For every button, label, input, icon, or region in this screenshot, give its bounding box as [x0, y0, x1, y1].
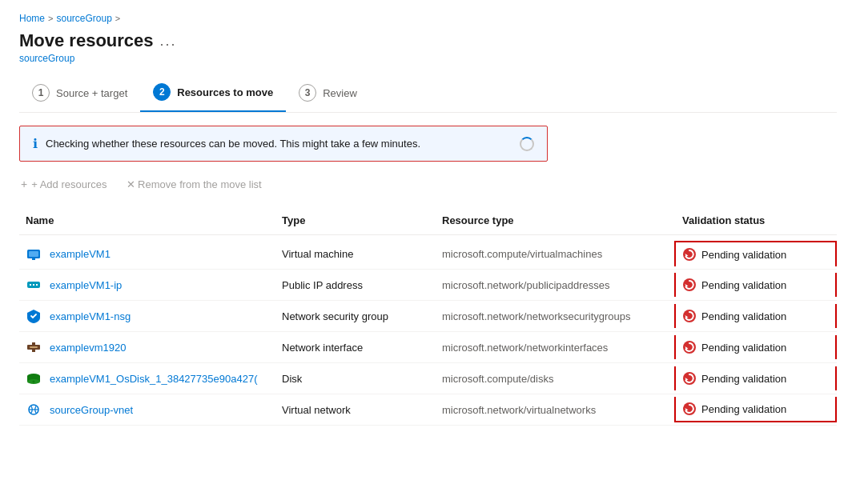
table-row[interactable]: examplevm1920Network interfacemicrosoft.…: [19, 332, 837, 363]
resource-name: sourceGroup-vnet: [50, 404, 133, 416]
resource-name: exampleVM1-nsg: [50, 310, 131, 322]
step2-circle: 2: [153, 83, 171, 101]
name-cell: exampleVM1: [19, 240, 275, 267]
pending-validation-icon: [682, 402, 697, 416]
validation-status-text: Pending validation: [701, 373, 786, 385]
validation-cell: Pending validation: [674, 335, 837, 359]
type-cell: Public IP address: [275, 274, 436, 296]
resource-name: examplevm1920: [50, 342, 126, 354]
more-options-icon[interactable]: ...: [160, 33, 177, 50]
svg-point-18: [33, 381, 35, 383]
table-row[interactable]: exampleVM1-nsgNetwork security groupmicr…: [19, 301, 837, 332]
pending-validation-icon: [682, 371, 697, 386]
step1-label: Source + target: [56, 87, 127, 99]
validation-status-text: Pending validation: [701, 279, 786, 291]
validation-status-text: Pending validation: [701, 403, 786, 415]
page-header: Move resources ...: [19, 30, 837, 51]
step3-label: Review: [323, 87, 357, 99]
table-row[interactable]: exampleVM1_OsDisk_1_38427735e90a427(Disk…: [19, 363, 837, 394]
disk-icon: [26, 370, 43, 387]
resource-type-cell: microsoft.compute/disks: [436, 368, 676, 390]
type-cell: Network security group: [275, 306, 436, 327]
validation-status-text: Pending validation: [701, 342, 786, 354]
loading-spinner: [520, 137, 534, 151]
col-header-type: Type: [275, 211, 436, 230]
step-resources-to-move[interactable]: 2 Resources to move: [140, 77, 286, 112]
info-banner-text: Checking whether these resources can be …: [46, 138, 512, 150]
step-source-target[interactable]: 1 Source + target: [19, 78, 140, 111]
type-cell: Disk: [275, 368, 436, 390]
pending-validation-icon: [682, 340, 697, 354]
resource-type-cell: microsoft.network/networkinterfaces: [436, 337, 676, 358]
col-header-resource-type: Resource type: [436, 211, 676, 230]
breadcrumb-sep1: >: [48, 14, 53, 23]
table-row[interactable]: exampleVM1Virtual machinemicrosoft.compu…: [19, 238, 837, 270]
table-row[interactable]: exampleVM1-ipPublic IP addressmicrosoft.…: [19, 270, 837, 301]
step1-circle: 1: [32, 84, 50, 102]
info-icon: ℹ: [33, 136, 38, 151]
resource-type-cell: microsoft.network/publicipaddresses: [436, 274, 676, 296]
remove-label: ✕ Remove from the move list: [127, 178, 262, 190]
nic-icon: [26, 338, 43, 356]
name-cell: exampleVM1-ip: [19, 271, 275, 298]
step3-circle: 3: [299, 84, 316, 102]
svg-rect-6: [33, 284, 34, 286]
page-title: Move resources: [19, 30, 154, 51]
step-review[interactable]: 3 Review: [286, 78, 370, 111]
validation-status-text: Pending validation: [701, 249, 786, 261]
svg-rect-12: [32, 342, 35, 345]
remove-from-list-button[interactable]: ✕ Remove from the move list: [125, 175, 263, 194]
resource-name: exampleVM1_OsDisk_1_38427735e90a427(: [50, 373, 257, 385]
svg-rect-2: [32, 258, 35, 260]
svg-rect-13: [32, 350, 35, 352]
add-icon: +: [21, 178, 27, 190]
step2-label: Resources to move: [177, 86, 273, 98]
validation-cell: Pending validation: [674, 397, 837, 422]
ip-icon: [26, 276, 43, 294]
resource-type-cell: microsoft.network/virtualnetworks: [436, 399, 676, 421]
svg-rect-1: [29, 251, 38, 257]
breadcrumb-sep2: >: [115, 14, 120, 23]
wizard-steps: 1 Source + target 2 Resources to move 3 …: [19, 77, 837, 113]
svg-rect-11: [30, 346, 38, 348]
col-header-name: Name: [19, 211, 275, 230]
table-header: Name Type Resource type Validation statu…: [19, 206, 837, 235]
resources-table: Name Type Resource type Validation statu…: [19, 206, 837, 426]
table-body: exampleVM1Virtual machinemicrosoft.compu…: [19, 238, 837, 426]
add-resources-button[interactable]: + + Add resources: [19, 174, 109, 194]
vm-icon: [26, 245, 43, 262]
type-cell: Virtual machine: [275, 243, 436, 265]
resource-type-cell: microsoft.network/networksecuritygroups: [436, 306, 676, 327]
pending-validation-icon: [682, 247, 697, 262]
toolbar: + + Add resources ✕ Remove from the move…: [19, 174, 837, 194]
info-banner: ℹ Checking whether these resources can b…: [19, 126, 548, 162]
table-row[interactable]: sourceGroup-vnetVirtual networkmicrosoft…: [19, 394, 837, 426]
breadcrumb-source[interactable]: sourceGroup: [56, 13, 111, 24]
name-cell: examplevm1920: [19, 334, 275, 361]
pending-validation-icon: [682, 278, 697, 292]
name-cell: exampleVM1_OsDisk_1_38427735e90a427(: [19, 365, 275, 392]
validation-cell: Pending validation: [674, 304, 837, 328]
svg-rect-5: [30, 284, 31, 286]
type-cell: Network interface: [275, 337, 436, 358]
svg-rect-7: [36, 284, 38, 286]
validation-cell: Pending validation: [674, 366, 837, 390]
resource-type-cell: microsoft.compute/virtualmachines: [436, 243, 676, 265]
pending-validation-icon: [682, 309, 697, 323]
col-header-validation: Validation status: [676, 211, 837, 230]
vnet-icon: [26, 401, 43, 418]
breadcrumb-home[interactable]: Home: [19, 13, 45, 24]
breadcrumb: Home > sourceGroup >: [19, 13, 837, 24]
nsg-icon: [26, 307, 43, 325]
page-subtitle[interactable]: sourceGroup: [19, 53, 837, 64]
type-cell: Virtual network: [275, 399, 436, 421]
resource-name: exampleVM1: [50, 248, 111, 260]
resource-name: exampleVM1-ip: [50, 279, 122, 291]
name-cell: sourceGroup-vnet: [19, 396, 275, 423]
validation-status-text: Pending validation: [701, 310, 786, 322]
add-resources-label: + Add resources: [31, 178, 106, 190]
validation-cell: Pending validation: [674, 273, 837, 297]
name-cell: exampleVM1-nsg: [19, 302, 275, 330]
validation-cell: Pending validation: [674, 241, 837, 266]
